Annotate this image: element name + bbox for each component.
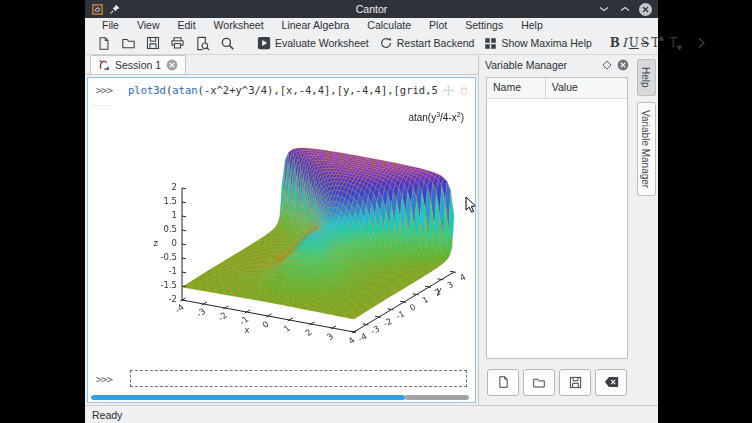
drag-entry-icon[interactable] bbox=[443, 85, 454, 96]
clear-variables-button[interactable] bbox=[595, 369, 627, 396]
column-header-name[interactable]: Name bbox=[487, 78, 546, 98]
side-tab-variable-manager[interactable]: Variable Manager bbox=[637, 102, 656, 196]
variable-manager-header: Variable Manager bbox=[479, 55, 635, 75]
plot-output: atan(y3/4-x2) bbox=[112, 105, 476, 371]
statusbar: Ready bbox=[85, 405, 658, 423]
menu-item-view[interactable]: View bbox=[128, 18, 169, 32]
tab-session-1[interactable]: Session 1 bbox=[90, 55, 186, 74]
empty-command-box[interactable] bbox=[130, 370, 467, 387]
variable-manager-title: Variable Manager bbox=[485, 59, 602, 71]
strikethrough-button[interactable]: S bbox=[641, 36, 649, 50]
menu-item-settings[interactable]: Settings bbox=[456, 18, 512, 32]
underline-button[interactable]: U bbox=[629, 36, 639, 50]
menu-item-file[interactable]: File bbox=[93, 18, 128, 32]
play-icon bbox=[257, 36, 271, 50]
side-tab-help[interactable]: Help bbox=[637, 59, 656, 96]
titlebar[interactable]: Cantor bbox=[85, 0, 658, 18]
menu-item-calculate[interactable]: Calculate bbox=[358, 18, 420, 32]
new-document-icon bbox=[497, 375, 510, 389]
variable-manager-toolbar bbox=[479, 365, 635, 405]
menubar: File View Edit Worksheet Linear Algebra … bbox=[85, 18, 658, 32]
command-prompt: >>> bbox=[96, 84, 128, 96]
bold-button[interactable]: B bbox=[610, 36, 620, 50]
load-variables-button[interactable] bbox=[523, 369, 555, 396]
new-worksheet-button[interactable] bbox=[93, 34, 115, 53]
side-tab-strip: Help Variable Manager bbox=[635, 55, 658, 405]
command-prompt: >>> bbox=[96, 373, 128, 385]
find-button[interactable] bbox=[216, 34, 239, 53]
toolbar: Evaluate Worksheet Restart Backend Show … bbox=[85, 32, 658, 55]
print-button[interactable] bbox=[166, 34, 189, 52]
restart-backend-button[interactable]: Restart Backend bbox=[375, 34, 479, 52]
menu-item-worksheet[interactable]: Worksheet bbox=[205, 18, 273, 32]
restart-icon bbox=[379, 36, 393, 50]
arrow-up-icon: ▲ bbox=[659, 34, 664, 42]
print-preview-button[interactable] bbox=[191, 34, 214, 53]
float-panel-icon[interactable] bbox=[602, 60, 612, 70]
menu-item-linear-algebra[interactable]: Linear Algebra bbox=[273, 18, 359, 32]
grid-icon bbox=[484, 37, 497, 50]
evaluate-worksheet-button[interactable]: Evaluate Worksheet bbox=[253, 34, 373, 52]
plot3d-surface bbox=[112, 105, 476, 371]
variables-table-body[interactable] bbox=[487, 99, 627, 358]
column-header-value[interactable]: Value bbox=[546, 78, 627, 98]
window-title: Cantor bbox=[85, 3, 658, 15]
worksheet[interactable]: >>> plot3d(atan(-x^2+y^3/4),[x,-4,4],[y,… bbox=[87, 77, 476, 403]
close-panel-icon[interactable] bbox=[617, 59, 629, 71]
plot-title: atan(y3/4-x2) bbox=[408, 111, 464, 123]
italic-button[interactable]: I bbox=[622, 36, 627, 50]
tab-label: Session 1 bbox=[115, 59, 161, 71]
arrow-down-icon: ▼ bbox=[677, 44, 682, 52]
save-variables-button[interactable] bbox=[559, 369, 591, 396]
worksheet-pane: Session 1 >>> plot3d(atan(-x^2+y^3/4),[x… bbox=[85, 55, 478, 405]
new-variable-button[interactable] bbox=[487, 369, 519, 396]
scrollbar-handle[interactable] bbox=[91, 395, 405, 400]
variable-manager-panel: Variable Manager Name Value bbox=[478, 55, 635, 405]
cantor-logo-icon bbox=[98, 59, 110, 71]
tab-close-icon[interactable] bbox=[166, 59, 178, 71]
open-button[interactable] bbox=[117, 34, 140, 52]
scrollbar-track-end[interactable] bbox=[405, 395, 469, 400]
menu-item-plot[interactable]: Plot bbox=[420, 18, 456, 32]
show-maxima-help-button[interactable]: Show Maxima Help bbox=[480, 35, 595, 52]
save-button[interactable] bbox=[142, 34, 164, 52]
chevron-right-icon bbox=[697, 37, 706, 49]
new-command-entry[interactable]: >>> bbox=[96, 370, 467, 387]
toolbar-overflow-button[interactable] bbox=[693, 35, 710, 51]
superscript-button[interactable]: T▲ bbox=[651, 36, 659, 50]
command-entry[interactable]: >>> plot3d(atan(-x^2+y^3/4),[x,-4,4],[y,… bbox=[96, 84, 469, 96]
subscript-button[interactable]: T▼ bbox=[669, 36, 677, 50]
remove-entry-icon[interactable] bbox=[459, 85, 469, 96]
save-icon bbox=[569, 376, 582, 389]
variables-table: Name Value bbox=[486, 77, 628, 359]
cantor-window: Cantor File View Edit Worksheet Lin bbox=[85, 0, 658, 423]
status-text: Ready bbox=[92, 409, 122, 421]
tabbar: Session 1 bbox=[85, 55, 478, 75]
menu-item-help[interactable]: Help bbox=[512, 18, 552, 32]
folder-icon bbox=[532, 376, 546, 389]
menu-item-edit[interactable]: Edit bbox=[169, 18, 205, 32]
horizontal-scrollbar[interactable] bbox=[91, 395, 469, 400]
backspace-icon bbox=[604, 376, 619, 388]
command-text[interactable]: plot3d(atan(-x^2+y^3/4),[x,-4,4],[y,-4,4… bbox=[128, 84, 437, 96]
